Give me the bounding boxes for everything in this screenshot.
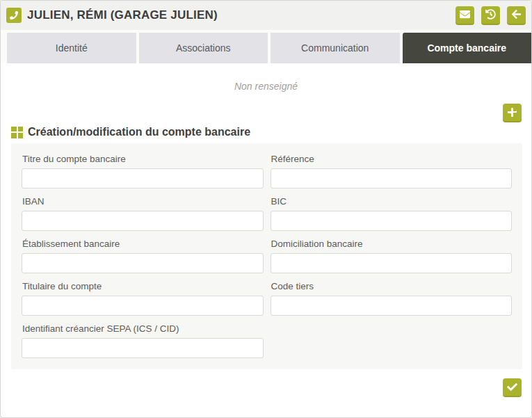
validate-button[interactable] [503,378,522,397]
mail-button[interactable] [456,6,474,25]
bic-input[interactable] [271,211,513,231]
section-header: Création/modification du compte bancaire [11,126,531,138]
field-etablissement: Établissement bancaire [22,232,264,273]
titulaire-input[interactable] [22,296,264,316]
field-identifiant-sepa: Identifiant créancier SEPA (ICS / CID) [22,317,264,358]
field-code-tiers: Code tiers [271,275,513,316]
grid-icon [11,127,23,138]
domiciliation-input[interactable] [271,253,513,273]
code-tiers-input[interactable] [271,296,513,316]
contact-window: JULIEN, RÉMI (GARAGE JULIEN) Identité As… [0,0,532,418]
phone-icon [6,8,22,23]
topbar-actions [456,6,526,25]
field-bic: BIC [271,190,513,231]
titre-compte-input[interactable] [22,168,264,188]
header-bar: JULIEN, RÉMI (GARAGE JULIEN) [1,1,531,30]
field-label: Code tiers [271,281,513,291]
reference-input[interactable] [271,168,513,188]
field-label: BIC [271,196,513,207]
field-label: IBAN [22,196,264,207]
tab-content: Non renseigné Création/modification du c… [1,63,531,397]
section-title: Création/modification du compte bancaire [28,126,250,138]
back-button[interactable] [507,6,526,25]
field-label: Titulaire du compte [22,281,264,291]
field-iban: IBAN [22,190,264,231]
field-reference: Référence [271,147,513,188]
field-label: Référence [271,154,513,164]
tab-identite[interactable]: Identité [7,33,136,63]
back-arrow-icon [511,9,522,22]
page-title: JULIEN, RÉMI (GARAGE JULIEN) [27,8,218,22]
field-titre-compte: Titre du compte bancaire [22,147,264,188]
history-button[interactable] [481,6,500,25]
etablissement-input[interactable] [22,253,264,273]
identifiant-sepa-input[interactable] [22,338,264,358]
tab-communication[interactable]: Communication [271,33,400,63]
field-label: Identifiant créancier SEPA (ICS / CID) [22,323,264,334]
bank-account-form: Titre du compte bancaire Référence IBAN … [11,143,522,369]
tab-bar: Identité Associations Communication Comp… [1,30,531,63]
tab-associations[interactable]: Associations [139,33,268,63]
field-label: Établissement bancaire [22,239,264,249]
tab-compte-bancaire[interactable]: Compte bancaire [403,33,532,63]
mail-icon [460,9,470,22]
history-icon [485,9,496,22]
check-icon [507,382,517,394]
plus-icon [507,107,517,120]
field-domiciliation: Domiciliation bancaire [271,232,513,273]
field-label: Titre du compte bancaire [22,154,264,164]
iban-input[interactable] [22,211,264,231]
field-titulaire: Titulaire du compte [22,275,264,316]
empty-notice: Non renseigné [1,63,531,92]
field-label: Domiciliation bancaire [271,239,513,249]
add-bank-account-button[interactable] [503,104,522,122]
